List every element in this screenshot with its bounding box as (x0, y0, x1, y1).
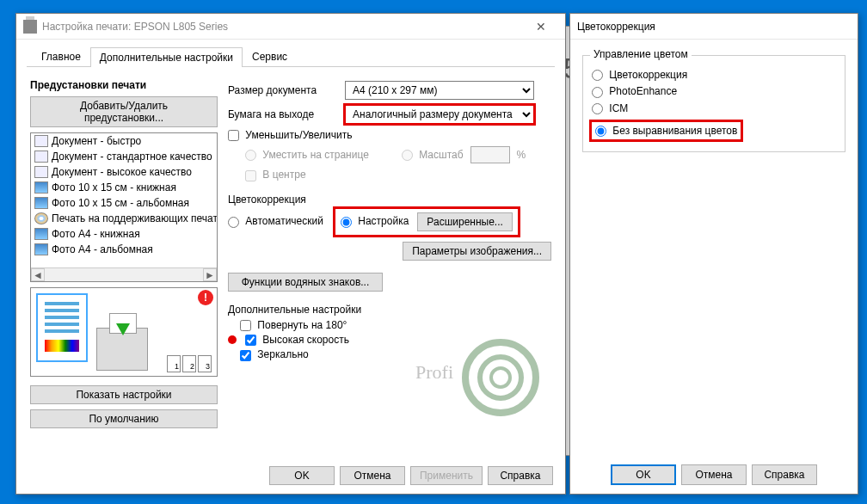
additional-settings-label: Дополнительные настройки (228, 304, 551, 316)
cc-option-photoenhance[interactable]: PhotoEnhance (592, 85, 836, 97)
titlebar: Цветокоррекция (570, 14, 858, 40)
fit-page-radio: Уместить на странице (245, 149, 369, 161)
custom-radio[interactable]: Настройка (341, 215, 409, 227)
window-title: Цветокоррекция (577, 21, 851, 33)
titlebar: Настройка печати: EPSON L805 Series ✕ (16, 14, 565, 40)
photo-icon (34, 181, 48, 194)
out-paper-select[interactable]: Аналогичный размеру документа (345, 105, 534, 124)
highlight-dot-icon (228, 335, 237, 344)
cancel-button[interactable]: Отмена (340, 466, 405, 485)
highspeed-checkbox[interactable]: Высокая скорость (245, 334, 349, 346)
scale-radio: Масштаб (402, 149, 464, 161)
preview-page-thumbs: 123 (167, 355, 212, 372)
arrow-down-icon (116, 323, 130, 335)
preview-printer-icon (96, 328, 148, 371)
alert-icon: ! (198, 290, 213, 305)
show-settings-button[interactable]: Показать настройки (30, 385, 218, 404)
preview-panel: ! 123 (30, 287, 218, 377)
preset-item: Документ - быстро (31, 133, 217, 149)
color-correction-window: Цветокоррекция Управление цветом Цветоко… (569, 13, 858, 495)
cc-option-icm[interactable]: ICM (592, 102, 836, 114)
preset-item: Фото А4 - книжная (31, 226, 217, 242)
presets-title: Предустановки печати (30, 79, 218, 91)
preset-item: Документ - высокое качество (31, 164, 217, 180)
preview-document-icon (36, 293, 88, 362)
add-remove-presets-button[interactable]: Добавить/Удалить предустановки... (30, 96, 218, 127)
photo-icon (34, 197, 48, 209)
document-icon (34, 166, 48, 178)
presets-list[interactable]: Документ - быстро Документ - стандартное… (30, 132, 218, 282)
dialog-buttons: OK Отмена Справка (570, 464, 858, 485)
window-title: Настройка печати: EPSON L805 Series (42, 21, 524, 33)
cancel-button[interactable]: Отмена (681, 464, 747, 485)
defaults-button[interactable]: По умолчанию (30, 409, 218, 428)
scroll-left-icon[interactable]: ◄ (31, 268, 45, 281)
print-settings-window: Настройка печати: EPSON L805 Series ✕ Гл… (15, 13, 566, 495)
ok-button[interactable]: OK (269, 466, 335, 485)
horizontal-scrollbar[interactable]: ◄ ► (31, 267, 217, 281)
ok-button[interactable]: OK (611, 464, 676, 485)
preset-item: Фото 10 х 15 см - книжная (31, 180, 217, 195)
auto-radio[interactable]: Автоматический (228, 215, 323, 227)
watermark-funcs-button[interactable]: Функции водяных знаков... (228, 273, 383, 292)
help-button[interactable]: Справка (752, 464, 817, 485)
document-icon (34, 151, 48, 163)
advanced-button[interactable]: Расширенные... (417, 212, 513, 231)
dialog-buttons: OK Отмена Применить Справка (269, 466, 553, 485)
image-params-button[interactable]: Параметры изображения... (403, 242, 551, 261)
scale-input (470, 146, 510, 163)
rotate-checkbox[interactable]: Повернуть на 180° (240, 319, 347, 331)
close-icon[interactable]: ✕ (524, 20, 558, 34)
tab-additional[interactable]: Дополнительные настройки (90, 47, 243, 67)
group-title: Управление цветом (590, 48, 692, 60)
doc-size-select[interactable]: A4 (210 x 297 мм) (345, 81, 534, 100)
photo-icon (34, 228, 48, 240)
center-checkbox: В центре (245, 169, 306, 181)
photo-icon (34, 243, 48, 255)
tab-service[interactable]: Сервис (243, 46, 297, 66)
document-icon (34, 135, 48, 147)
color-correction-label: Цветокоррекция (228, 194, 551, 206)
preset-item: Печать на поддерживающих печат (31, 211, 217, 226)
tab-main[interactable]: Главное (32, 46, 90, 66)
cc-option-no-alignment[interactable]: Без выравнивания цветов (595, 125, 737, 137)
mirror-checkbox[interactable]: Зеркально (240, 348, 309, 360)
color-management-group: Управление цветом Цветокоррекция PhotoEn… (582, 55, 845, 152)
cc-option-correction[interactable]: Цветокоррекция (592, 69, 836, 81)
help-button[interactable]: Справка (488, 466, 553, 485)
out-paper-label: Бумага на выходе (228, 108, 338, 120)
preset-item: Фото А4 - альбомная (31, 242, 217, 257)
preset-item: Документ - стандартное качество (31, 149, 217, 164)
cd-icon (34, 212, 48, 224)
preset-item: Фото 10 х 15 см - альбомная (31, 195, 217, 211)
scroll-right-icon[interactable]: ► (203, 268, 217, 281)
doc-size-label: Размер документа (228, 84, 338, 96)
reduce-enlarge-checkbox[interactable]: Уменьшить/Увеличить (228, 129, 353, 141)
tab-bar: Главное Дополнительные настройки Сервис (27, 43, 555, 67)
apply-button: Применить (410, 466, 483, 485)
printer-icon (23, 20, 37, 34)
